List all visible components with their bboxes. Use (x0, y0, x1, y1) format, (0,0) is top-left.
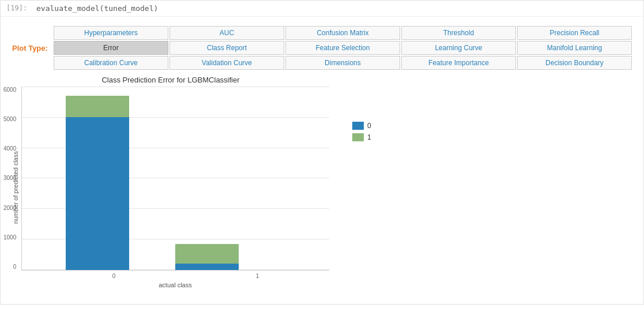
plot-btn-feature-selection[interactable]: Feature Selection (285, 41, 400, 55)
y-tick: 4000 (3, 145, 18, 152)
bar-group (175, 244, 239, 270)
plot-btn-dimensions[interactable]: Dimensions (285, 56, 400, 70)
plot-btn-decision-boundary[interactable]: Decision Boundary (517, 56, 632, 70)
plot-btn-hyperparameters[interactable]: Hyperparameters (54, 26, 168, 40)
x-tick: 1 (226, 273, 289, 279)
legend-color (352, 133, 364, 141)
legend-color (352, 122, 364, 130)
bar-segment (175, 264, 239, 270)
plot-btn-feature-importance[interactable]: Feature Importance (401, 56, 516, 70)
y-tick: 0 (13, 264, 19, 270)
bars-container (43, 87, 329, 270)
y-tick: 6000 (3, 87, 18, 93)
chart-inner: number of predicted class 60005000400030… (12, 87, 329, 288)
y-tick: 5000 (3, 116, 18, 122)
notebook-cell: [19]: evaluate_model(tuned_model) Plot T… (0, 0, 644, 305)
x-axis-labels: 01 (21, 273, 329, 279)
plot-type-row: Plot Type: HyperparametersAUCConfusion M… (12, 26, 632, 70)
bar-segment (66, 117, 129, 270)
y-tick: 1000 (3, 234, 18, 241)
plot-btn-error[interactable]: Error (54, 41, 168, 55)
x-axis-title: actual class (21, 282, 329, 288)
bar-segment (66, 96, 129, 118)
y-tick: 2000 (3, 205, 18, 211)
plot-btn-auc[interactable]: AUC (170, 26, 284, 40)
legend-item: 1 (352, 133, 371, 141)
y-ticks: 6000500040003000200010000 (3, 87, 18, 270)
legend-label: 0 (367, 122, 371, 130)
plot-btn-validation-curve[interactable]: Validation Curve (170, 56, 284, 70)
chart-legend: 01 (352, 122, 371, 141)
plot-btn-learning-curve[interactable]: Learning Curve (401, 41, 516, 55)
cell-input: [19]: evaluate_model(tuned_model) (1, 1, 643, 17)
bar-group (66, 96, 129, 271)
plot-btn-manifold-learning[interactable]: Manifold Learning (517, 41, 632, 55)
cell-code: evaluate_model(tuned_model) (36, 4, 158, 13)
chart-plot-area: 6000500040003000200010000 (21, 87, 329, 271)
chart-title: Class Prediction Error for LGBMClassifie… (12, 76, 329, 84)
y-tick: 3000 (3, 175, 18, 181)
legend-item: 0 (352, 122, 371, 130)
plot-btn-confusion-matrix[interactable]: Confusion Matrix (285, 26, 400, 40)
plot-btn-class-report[interactable]: Class Report (170, 41, 284, 55)
cell-output: Plot Type: HyperparametersAUCConfusion M… (1, 17, 643, 304)
button-grid: HyperparametersAUCConfusion MatrixThresh… (54, 26, 632, 70)
chart-area: Class Prediction Error for LGBMClassifie… (12, 76, 632, 295)
x-tick: 0 (82, 273, 146, 279)
plot-btn-calibration-curve[interactable]: Calibration Curve (54, 56, 168, 70)
chart-container: Class Prediction Error for LGBMClassifie… (12, 76, 329, 295)
chart-with-xaxis: 6000500040003000200010000 01 actual clas… (21, 87, 329, 288)
plot-btn-precision-recall[interactable]: Precision Recall (517, 26, 632, 40)
plot-type-label: Plot Type: (12, 44, 48, 52)
cell-label: [19]: (6, 4, 29, 12)
plot-btn-threshold[interactable]: Threshold (401, 26, 516, 40)
legend-label: 1 (367, 133, 371, 141)
bar-segment (175, 244, 239, 264)
